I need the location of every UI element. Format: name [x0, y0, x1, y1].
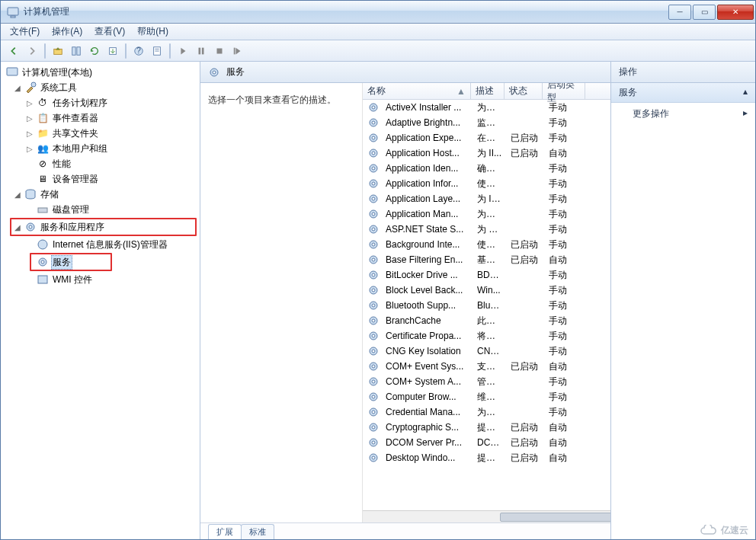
item-icon: 👥: [37, 142, 49, 155]
storage-icon: [24, 188, 37, 200]
service-row[interactable]: Credential Mana...为用...手动: [363, 404, 610, 420]
gear-icon: [367, 193, 380, 205]
close-button[interactable]: ✕: [717, 5, 754, 20]
restart-service-button[interactable]: [229, 43, 246, 59]
gear-icon: [367, 132, 380, 144]
horizontal-scrollbar[interactable]: [363, 510, 610, 522]
stop-service-button[interactable]: [211, 43, 228, 59]
tree-system-tools[interactable]: ◢ 系统工具: [1, 80, 200, 95]
tree-pane[interactable]: 计算机管理(本地) ◢ 系统工具 ▷⏱任务计划程序▷📋事件查看器▷📁共享文件夹▷…: [1, 62, 200, 539]
tree-root[interactable]: 计算机管理(本地): [1, 65, 200, 80]
tree-services[interactable]: 服务: [31, 254, 111, 270]
service-row[interactable]: Bluetooth Supp...Blue...手动: [363, 298, 610, 313]
list-body[interactable]: ActiveX Installer ...为从 ...手动Adaptive Br…: [363, 100, 610, 510]
service-row[interactable]: Background Inte...使用...已启动手动: [363, 237, 610, 252]
tree-storage[interactable]: ◢ 存储: [1, 187, 200, 202]
svg-point-56: [372, 319, 375, 322]
svg-point-64: [372, 380, 375, 383]
service-row[interactable]: Computer Brow...维护...手动: [363, 389, 610, 404]
svg-rect-18: [38, 208, 47, 212]
up-button[interactable]: [50, 43, 66, 59]
tab-extended[interactable]: 扩展: [208, 524, 242, 539]
gear-icon: [367, 436, 380, 449]
service-row[interactable]: ASP.NET State S...为 A...手动: [363, 222, 610, 237]
menu-help[interactable]: 帮助(H): [131, 24, 175, 40]
svg-point-46: [372, 243, 375, 246]
actions-more[interactable]: 更多操作 ▸: [611, 103, 755, 125]
list-header: 名称▲ 描述 状态 启动类型: [363, 83, 610, 100]
forward-button[interactable]: [24, 43, 40, 59]
service-row[interactable]: CNG Key IsolationCNG...手动: [363, 343, 610, 359]
watermark: 亿速云: [700, 524, 748, 537]
menu-action[interactable]: 操作(A): [46, 24, 88, 40]
svg-point-44: [372, 228, 375, 231]
service-row[interactable]: Application Expe...在应...已启动手动: [363, 130, 610, 145]
export-button[interactable]: [104, 43, 121, 59]
wmi-icon: [37, 273, 49, 286]
menu-file[interactable]: 文件(F): [4, 24, 46, 40]
tree-services-apps[interactable]: ◢ 服务和应用程序: [11, 219, 195, 235]
svg-point-28: [372, 106, 375, 109]
pause-service-button[interactable]: [193, 43, 210, 59]
svg-rect-0: [8, 8, 18, 15]
menu-view[interactable]: 查看(V): [88, 24, 131, 40]
service-row[interactable]: Certificate Propa...将用...手动: [363, 328, 610, 343]
service-row[interactable]: Application Host...为 II...已启动自动: [363, 145, 610, 161]
tree-iis[interactable]: Internet 信息服务(IIS)管理器: [1, 237, 200, 252]
back-button[interactable]: [5, 43, 22, 59]
gear-icon: [367, 254, 380, 266]
collapse-icon[interactable]: ◢: [13, 223, 22, 232]
service-row[interactable]: Application Man...为通...手动: [363, 206, 610, 222]
col-state[interactable]: 状态: [505, 83, 543, 99]
expand-icon[interactable]: ▷: [25, 114, 34, 123]
tree-disk-mgmt[interactable]: 磁盘管理: [1, 202, 200, 217]
tree-item[interactable]: ▷📋事件查看器: [1, 110, 200, 126]
minimize-button[interactable]: ─: [668, 5, 691, 20]
service-row[interactable]: Cryptographic S...提供...已启动自动: [363, 420, 610, 435]
start-service-button[interactable]: [175, 43, 191, 59]
service-row[interactable]: Base Filtering En...基本...已启动自动: [363, 252, 610, 267]
expand-icon[interactable]: ▷: [25, 145, 34, 153]
service-row[interactable]: BitLocker Drive ...BDE...手动: [363, 267, 610, 283]
expand-icon[interactable]: ▷: [25, 99, 34, 107]
collapse-icon[interactable]: ◢: [13, 84, 22, 92]
disk-icon: [37, 203, 49, 216]
actions-section[interactable]: 服务 ▴: [611, 83, 755, 103]
tree-item[interactable]: ▷📁共享文件夹: [1, 126, 200, 141]
service-row[interactable]: BranchCache此服...手动: [363, 313, 610, 328]
service-row[interactable]: COM+ System A...管理...手动: [363, 374, 610, 389]
help-button[interactable]: ?: [130, 43, 147, 59]
col-name[interactable]: 名称▲: [363, 83, 471, 99]
tree-item[interactable]: ▷👥本地用户和组: [1, 141, 200, 156]
gear-icon: [208, 66, 220, 78]
service-row[interactable]: ActiveX Installer ...为从 ...手动: [363, 100, 610, 115]
tree-item[interactable]: 🖥设备管理器: [1, 171, 200, 187]
tree-item[interactable]: ▷⏱任务计划程序: [1, 95, 200, 110]
gear-icon: [367, 360, 380, 372]
gear-icon: [367, 101, 380, 113]
service-row[interactable]: Application Iden...确定...手动: [363, 161, 610, 176]
service-row[interactable]: Desktop Windo...提供...已启动自动: [363, 450, 610, 465]
tree-item[interactable]: ⊘性能: [1, 156, 200, 171]
service-row[interactable]: Block Level Back...Win...手动: [363, 283, 610, 298]
tools-icon: [24, 81, 37, 94]
computer-icon: [6, 66, 18, 78]
chevron-right-icon: ▸: [743, 107, 748, 120]
collapse-icon[interactable]: ◢: [13, 190, 22, 199]
properties-button[interactable]: [149, 43, 165, 59]
actions-pane: 操作 服务 ▴ 更多操作 ▸: [611, 62, 755, 539]
tab-standard[interactable]: 标准: [241, 524, 274, 539]
maximize-button[interactable]: ▭: [693, 5, 716, 20]
service-row[interactable]: Application Infor...使用...手动: [363, 176, 610, 191]
show-hide-button[interactable]: [68, 43, 85, 59]
expand-icon[interactable]: ▷: [25, 129, 34, 138]
service-row[interactable]: Adaptive Brightn...监视...手动: [363, 115, 610, 130]
service-row[interactable]: Application Laye...为 In...手动: [363, 191, 610, 206]
svg-rect-13: [217, 48, 223, 53]
service-row[interactable]: DCOM Server Pr...DCO...已启动自动: [363, 435, 610, 450]
col-desc[interactable]: 描述: [471, 83, 505, 99]
refresh-button[interactable]: [86, 43, 103, 59]
col-start[interactable]: 启动类型: [543, 83, 585, 99]
service-row[interactable]: COM+ Event Sys...支持...已启动自动: [363, 359, 610, 374]
tree-wmi[interactable]: WMI 控件: [1, 272, 200, 287]
